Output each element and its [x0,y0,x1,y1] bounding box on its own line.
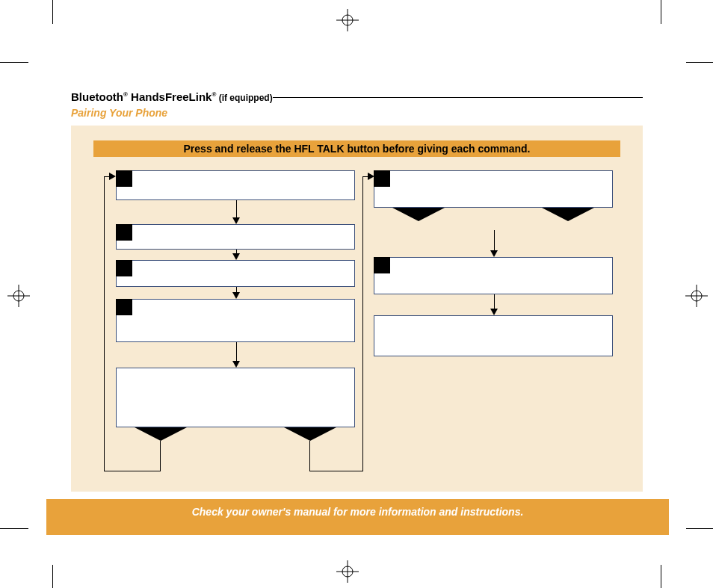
registration-mark-icon [336,9,359,31]
registration-mark-icon [336,560,359,583]
crop-mark [0,528,28,529]
step-box-4 [116,299,355,342]
crop-mark [661,565,661,588]
crop-mark [686,528,713,529]
title-suffix: (if equipped) [216,93,272,103]
title-part-1: Bluetooth [71,90,123,103]
step-box-5 [116,368,355,427]
triangle-down-icon [392,208,445,221]
step-box-3 [116,260,355,287]
connector-line [104,471,161,471]
content-panel: Press and release the HFL TALK button be… [71,126,643,492]
crop-mark [52,0,53,24]
step-box-2 [116,224,355,250]
step-box-7 [374,257,613,294]
step-box-6 [374,170,613,208]
arrow-down-icon [487,230,501,257]
page-title: Bluetooth® HandsFreeLink® (if equipped) [71,90,273,103]
instruction-banner: Press and release the HFL TALK button be… [93,140,620,157]
step-number-marker [116,260,132,276]
title-part-2: HandsFreeLink [128,90,212,103]
connector-line [309,471,363,471]
step-number-marker [116,299,132,315]
arrow-down-icon [229,287,243,299]
step-box-1 [116,170,355,200]
page-subtitle: Pairing Your Phone [71,107,167,119]
footer-text: Check your owner's manual for more infor… [46,499,669,518]
step-number-marker [374,170,390,187]
footer-banner: Check your owner's manual for more infor… [46,499,669,535]
step-number-marker [116,224,132,241]
step-number-marker [374,257,390,273]
arrow-down-icon [487,294,501,315]
crop-mark [52,565,53,588]
connector-line [104,176,105,471]
step-box-8 [374,315,613,356]
registration-mark-icon [7,285,30,307]
connector-line [362,176,363,471]
crop-mark [686,62,713,63]
connector-line [160,441,161,471]
arrow-down-icon [229,342,243,368]
crop-mark [0,62,28,63]
registration-mark-icon [685,285,708,307]
arrow-right-icon [368,173,374,180]
triangle-down-icon [542,208,594,221]
step-number-marker [116,170,132,187]
arrow-down-icon [229,250,243,260]
triangle-down-icon [135,427,187,441]
crop-mark [661,0,661,24]
heading-rule [273,97,643,98]
triangle-down-icon [284,427,336,441]
connector-line [309,441,310,471]
arrow-right-icon [109,173,116,180]
arrow-down-icon [229,200,243,224]
